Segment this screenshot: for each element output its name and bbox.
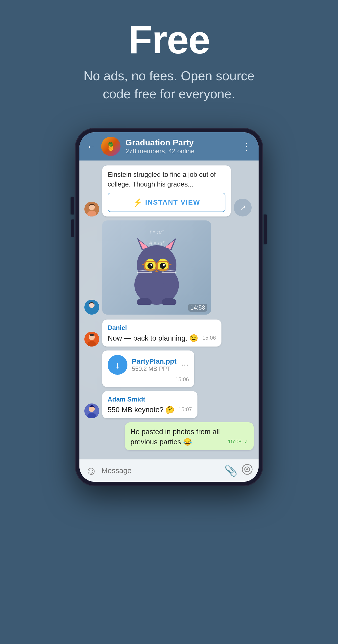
sticker-container: ℓ = πr² A = πr² V = l³ P = 2πr A = πr² s… <box>102 220 211 314</box>
svg-point-39 <box>246 468 248 470</box>
hero-subtitle: No ads, no fees. Open source code free f… <box>70 67 268 103</box>
group-name: Graduation Party <box>125 138 237 148</box>
message-time: 15:07 <box>178 406 192 414</box>
svg-point-15 <box>160 263 166 269</box>
file-size: 550.2 MB PPT <box>132 365 176 372</box>
back-button[interactable]: ← <box>86 142 96 151</box>
sticker-message-row: ℓ = πr² A = πr² V = l³ P = 2πr A = πr² s… <box>84 220 254 314</box>
svg-point-17 <box>163 264 165 266</box>
group-avatar: 🍍 <box>101 137 120 156</box>
svg-point-14 <box>147 263 153 269</box>
message-text: Now — back to planning. 😉 15:06 <box>108 333 216 343</box>
chat-header: ← 🍍 Graduation Party 278 members, 42 onl… <box>79 132 259 160</box>
attach-button[interactable]: 📎 <box>224 465 237 477</box>
hero-title: Free <box>128 20 210 60</box>
emoji-button[interactable]: ☺ <box>85 464 97 477</box>
cat-sticker <box>102 220 211 314</box>
avatar <box>84 202 99 216</box>
chat-info: Graduation Party 278 members, 42 online <box>125 138 237 155</box>
message-sender: Adam Smidt <box>108 396 192 403</box>
message-text: He pasted in photos from all previous pa… <box>130 427 248 447</box>
own-text-bubble: He pasted in photos from all previous pa… <box>125 422 254 450</box>
chat-input-bar: ☺ 📎 <box>79 459 259 482</box>
file-bubble: ↓ PartyPlan.ppt 550.2 MB PPT ⋯ 15:06 <box>102 350 194 387</box>
instant-view-button[interactable]: ⚡ INSTANT VIEW <box>108 193 225 212</box>
message-sender: Daniel <box>108 324 216 332</box>
message-input[interactable] <box>101 466 220 475</box>
group-avatar-inner: 🍍 <box>101 137 120 156</box>
message-row-own: He pasted in photos from all previous pa… <box>84 422 254 450</box>
download-icon[interactable]: ↓ <box>108 355 127 375</box>
message-row: Einstein struggled to find a job out of … <box>84 166 254 216</box>
message-row: Adam Smidt 550 MB keynote? 🤔 15:07 <box>84 391 254 418</box>
more-button[interactable]: ⋮ <box>242 141 252 152</box>
message-row: ↓ PartyPlan.ppt 550.2 MB PPT ⋯ 15:06 <box>84 350 254 387</box>
message-text: 550 MB keynote? 🤔 15:07 <box>108 405 192 415</box>
avatar <box>84 404 99 418</box>
avatar <box>84 332 99 346</box>
svg-point-16 <box>150 264 152 266</box>
message-time: 15:08 ✓ <box>228 438 248 446</box>
lightning-icon: ⚡ <box>133 198 143 207</box>
hero-section: Free No ads, no fees. Open source code f… <box>0 0 338 118</box>
chat-body: Einstein struggled to find a job out of … <box>79 160 259 460</box>
avatar <box>84 300 99 314</box>
text-bubble: Adam Smidt 550 MB keynote? 🤔 15:07 <box>102 391 197 418</box>
phone-screen: ← 🍍 Graduation Party 278 members, 42 onl… <box>79 132 259 482</box>
file-name: PartyPlan.ppt <box>132 358 176 365</box>
camera-button[interactable] <box>242 464 253 477</box>
message-row: Daniel Now — back to planning. 😉 15:06 <box>84 320 254 347</box>
file-info: PartyPlan.ppt 550.2 MB PPT <box>132 358 176 372</box>
text-bubble: Daniel Now — back to planning. 😉 15:06 <box>102 320 221 347</box>
phone-mockup: ← 🍍 Graduation Party 278 members, 42 onl… <box>75 128 263 486</box>
file-more-icon[interactable]: ⋯ <box>181 360 189 370</box>
group-meta: 278 members, 42 online <box>125 148 237 155</box>
share-button[interactable]: ↗ <box>234 199 252 216</box>
file-time: 15:06 <box>108 376 189 383</box>
iv-label: INSTANT VIEW <box>145 198 200 206</box>
phone-outer-shell: ← 🍍 Graduation Party 278 members, 42 onl… <box>75 128 263 486</box>
iv-preview-text: Einstein struggled to find a job out of … <box>108 170 225 189</box>
instant-view-bubble: Einstein struggled to find a job out of … <box>102 166 231 216</box>
message-time: 15:06 <box>202 334 216 342</box>
file-row: ↓ PartyPlan.ppt 550.2 MB PPT ⋯ <box>108 355 189 375</box>
read-receipt-icon: ✓ <box>244 439 248 444</box>
